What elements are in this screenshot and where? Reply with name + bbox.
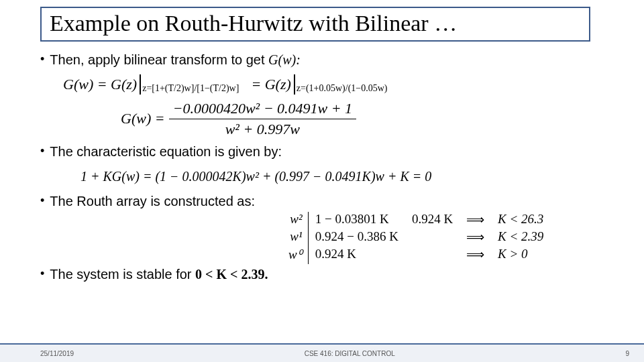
bullet-4-prefix: The system is stable for [50, 267, 195, 282]
footer-date: 25/11/2019 [40, 350, 74, 357]
bullet-3: • The Routh array is constructed as: [40, 192, 610, 210]
eq1-lhs: G(w) = G(z) [63, 74, 137, 95]
routh-r2c1: 0.924 − 0.386 K [315, 229, 398, 247]
equation-1: G(w) = G(z) z=[1+(T/2)w]/[1−(T/2)w] = G(… [63, 74, 610, 95]
routh-r3c2 [412, 247, 453, 264]
bullet-2-text: The characteristic equation is given by: [50, 143, 282, 161]
implies-2: ⟹ [466, 229, 484, 247]
bullet-2: • The characteristic equation is given b… [40, 143, 610, 161]
footer: 25/11/2019 CSE 416: DIGITAL CONTROL 9 [0, 343, 644, 362]
eq2-lhs: G(w) = [121, 109, 165, 129]
title-box: Example on Routh-Hurwitz with Bilinear … [40, 7, 590, 42]
implies-1: ⟹ [466, 212, 484, 229]
implies-3: ⟹ [466, 247, 484, 264]
bullet-1-prefix: Then, apply bilinear transform to get [50, 52, 268, 67]
routh-array: w² w¹ w⁰ 1 − 0.03801 K 0.924 − 0.386 K 0… [288, 212, 557, 264]
bullet-dot: • [40, 143, 44, 160]
routh-divider [308, 212, 309, 264]
routh-result-col: K < 26.3 K < 2.39 K > 0 [498, 212, 557, 264]
routh-res1: K < 26.3 [498, 212, 543, 229]
bullet-dot: • [40, 192, 44, 209]
slide: Example on Routh-Hurwitz with Bilinear …… [0, 0, 644, 362]
routh-r1c1: 1 − 0.03801 K [315, 212, 398, 229]
slide-title: Example on Routh-Hurwitz with Bilinear … [50, 11, 457, 36]
eq2-fraction: −0.0000420w² − 0.0491w + 1 w² + 0.997w [169, 99, 356, 139]
routh-col2: 0.924 K [412, 212, 466, 264]
routh-res2: K < 2.39 [498, 229, 543, 247]
eq1-sub2: z=(1+0.05w)/(1−0.05w) [297, 82, 388, 95]
bullet-1-text: Then, apply bilinear transform to get G(… [50, 51, 301, 69]
routh-res3: K > 0 [498, 247, 543, 264]
equation-2: G(w) = −0.0000420w² − 0.0491w + 1 w² + 0… [121, 99, 610, 139]
bullet-dot: • [40, 265, 44, 282]
routh-col1: 1 − 0.03801 K 0.924 − 0.386 K 0.924 K [315, 212, 412, 264]
routh-implies-col: ⟹ ⟹ ⟹ [466, 212, 498, 264]
eq1-sub1: z=[1+(T/2)w]/[1−(T/2)w] [142, 82, 239, 95]
bullet-3-text: The Routh array is constructed as: [50, 192, 255, 210]
eq2-denominator: w² + 0.997w [221, 119, 304, 139]
eval-bar-1 [140, 74, 141, 95]
routh-labels: w² w¹ w⁰ [288, 212, 308, 264]
footer-page: 9 [625, 350, 629, 357]
routh-r1c2: 0.924 K [412, 212, 453, 229]
equation-3: 1 + KG(w) = (1 − 0.000042K)w² + (0.997 −… [80, 168, 610, 186]
bullet-4-text: The system is stable for 0 < K < 2.39. [50, 265, 268, 284]
routh-r2c2 [412, 229, 453, 247]
bullet-1: • Then, apply bilinear transform to get … [40, 51, 610, 69]
bullet-4-math: 0 < K < 2.39. [195, 267, 268, 282]
routh-row2-label: w¹ [288, 229, 303, 247]
eq2-numerator: −0.0000420w² − 0.0491w + 1 [169, 99, 356, 119]
bullet-4: • The system is stable for 0 < K < 2.39. [40, 265, 610, 284]
routh-row1-label: w² [288, 212, 303, 229]
eval-bar-2 [294, 74, 295, 95]
footer-course: CSE 416: DIGITAL CONTROL [305, 350, 395, 357]
bullet-1-math: G(w): [268, 52, 301, 67]
bullet-dot: • [40, 51, 44, 68]
eq1-mid: = G(z) [251, 74, 290, 95]
routh-row3-label: w⁰ [288, 247, 303, 264]
routh-r3c1: 0.924 K [315, 247, 398, 264]
